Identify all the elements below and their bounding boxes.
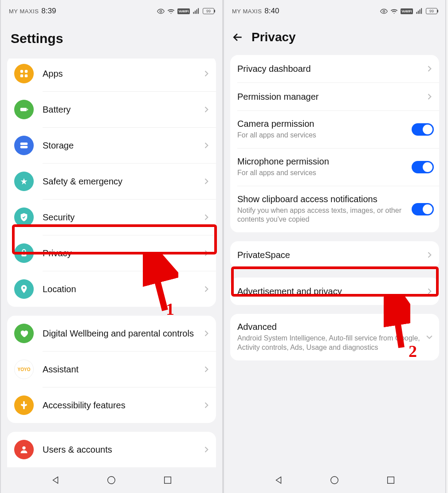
settings-item-label: Apps xyxy=(43,69,202,79)
clock: 8:39 xyxy=(41,7,56,16)
privacy-item-label: Privacy dashboard xyxy=(237,64,425,74)
wifi-icon xyxy=(390,8,398,14)
svg-rect-1 xyxy=(193,12,194,13)
phone-left: MY MAXIS 8:39 VoWiFi 99 Settings Apps Ba… xyxy=(0,0,223,493)
settings-item-label: Battery xyxy=(43,105,202,115)
chevron-down-icon xyxy=(425,333,434,341)
svg-rect-4 xyxy=(198,8,199,14)
privacy-item-camera[interactable]: Camera permission For all apps and servi… xyxy=(230,111,439,148)
privacy-item-advanced[interactable]: Advanced Android System Intelligence, Au… xyxy=(230,314,439,360)
privacy-item-dashboard[interactable]: Privacy dashboard xyxy=(230,55,439,82)
chevron-right-icon xyxy=(202,445,211,454)
privacy-item-label: Camera permission xyxy=(237,119,412,129)
clipboard-toggle[interactable] xyxy=(412,203,434,215)
page-header: Privacy xyxy=(224,22,445,55)
privacy-item-subtitle: Android System Intelligence, Auto-fill s… xyxy=(237,334,425,352)
page-title: Privacy xyxy=(252,30,296,44)
settings-item-safety[interactable]: Safety & emergency xyxy=(7,164,216,199)
vowifi-icon: VoWiFi xyxy=(177,8,190,14)
nav-recent-icon[interactable] xyxy=(163,475,173,485)
privacy-item-microphone[interactable]: Microphone permission For all apps and s… xyxy=(230,149,439,186)
settings-card-1: Apps Battery Storage Safety & emergency xyxy=(7,59,216,307)
chevron-right-icon xyxy=(425,287,434,296)
nav-back-icon[interactable] xyxy=(274,475,283,485)
chevron-right-icon xyxy=(202,141,211,150)
user-icon xyxy=(14,440,34,459)
svg-rect-2 xyxy=(195,11,196,14)
svg-rect-10 xyxy=(27,109,28,110)
nav-recent-icon[interactable] xyxy=(386,475,396,485)
privacy-item-subtitle: Notify you when apps access texts, image… xyxy=(237,206,412,225)
svg-rect-25 xyxy=(416,12,417,13)
carrier-label: MY MAXIS xyxy=(9,8,39,15)
svg-point-16 xyxy=(24,254,25,255)
svg-rect-9 xyxy=(20,108,27,111)
wellbeing-icon xyxy=(14,324,34,343)
privacy-item-clipboard[interactable]: Show clipboard access notifications Noti… xyxy=(230,186,439,233)
svg-rect-6 xyxy=(25,70,28,73)
privacy-item-ads[interactable]: Advertisement and privacy xyxy=(230,278,439,305)
settings-item-battery[interactable]: Battery xyxy=(7,92,216,127)
chevron-right-icon xyxy=(202,329,211,338)
settings-item-privacy[interactable]: Privacy xyxy=(7,235,216,271)
svg-rect-26 xyxy=(418,11,419,14)
clock: 8:40 xyxy=(264,7,279,16)
settings-item-label: Location xyxy=(43,284,202,294)
settings-item-security[interactable]: Security xyxy=(7,200,216,235)
privacy-item-label: Advanced xyxy=(237,322,425,332)
settings-item-label: Privacy xyxy=(43,248,202,258)
microphone-toggle[interactable] xyxy=(412,161,434,173)
privacy-card-3: Advertisement and privacy xyxy=(230,278,439,305)
privacy-content: Privacy dashboard Permission manager Cam… xyxy=(224,55,445,467)
privacy-item-privatespace[interactable]: PrivateSpace xyxy=(230,241,439,269)
svg-rect-11 xyxy=(20,143,28,145)
settings-item-storage[interactable]: Storage xyxy=(7,128,216,163)
signal-icon xyxy=(416,8,423,14)
privacy-item-subtitle: For all apps and services xyxy=(237,168,412,178)
yoyo-icon: YOYO xyxy=(14,360,34,379)
camera-toggle[interactable] xyxy=(412,123,434,136)
privacy-item-label: Advertisement and privacy xyxy=(237,286,425,297)
status-icons: VoWiFi 99 xyxy=(157,8,214,14)
svg-marker-30 xyxy=(276,477,281,484)
eye-icon xyxy=(157,8,165,14)
svg-rect-7 xyxy=(20,74,23,77)
settings-item-label: Security xyxy=(43,212,202,223)
svg-rect-27 xyxy=(420,9,420,14)
settings-item-location[interactable]: Location xyxy=(7,271,216,307)
settings-item-assistant[interactable]: YOYO Assistant xyxy=(7,352,216,387)
privacy-item-permission-manager[interactable]: Permission manager xyxy=(230,83,439,110)
privacy-item-label: Show clipboard access notifications xyxy=(237,194,412,204)
svg-point-24 xyxy=(383,10,385,12)
page-title: Settings xyxy=(1,22,222,59)
statusbar: MY MAXIS 8:40 VoWiFi 99 xyxy=(224,0,445,22)
settings-item-apps[interactable]: Apps xyxy=(7,59,216,91)
settings-item-wellbeing[interactable]: Digital Wellbeing and parental controls xyxy=(7,316,216,351)
nav-back-icon[interactable] xyxy=(51,475,60,485)
nav-home-icon[interactable] xyxy=(330,475,339,485)
svg-rect-12 xyxy=(20,146,28,149)
chevron-right-icon xyxy=(202,69,211,78)
settings-item-label: Assistant xyxy=(43,364,202,375)
settings-item-accessibility[interactable]: Accessibility features xyxy=(7,387,216,423)
svg-marker-19 xyxy=(53,477,58,484)
signal-icon xyxy=(193,8,200,14)
navigation-bar xyxy=(1,467,222,493)
svg-point-13 xyxy=(22,143,23,144)
battery-item-icon xyxy=(14,100,34,119)
apps-icon xyxy=(14,64,34,83)
settings-card-3: Users & accounts Google xyxy=(7,432,216,467)
back-button[interactable] xyxy=(232,31,244,43)
nav-home-icon[interactable] xyxy=(106,475,116,485)
lock-icon xyxy=(14,243,34,263)
chevron-right-icon xyxy=(202,105,211,114)
chevron-right-icon xyxy=(202,285,211,293)
settings-item-users[interactable]: Users & accounts xyxy=(7,432,216,467)
privacy-item-label: PrivateSpace xyxy=(237,250,425,260)
safety-icon xyxy=(14,172,34,191)
settings-card-2: Digital Wellbeing and parental controls … xyxy=(7,316,216,423)
chevron-right-icon xyxy=(425,250,434,259)
svg-rect-8 xyxy=(25,74,28,77)
battery-icon: 99 xyxy=(426,8,437,14)
chevron-right-icon xyxy=(425,92,434,101)
